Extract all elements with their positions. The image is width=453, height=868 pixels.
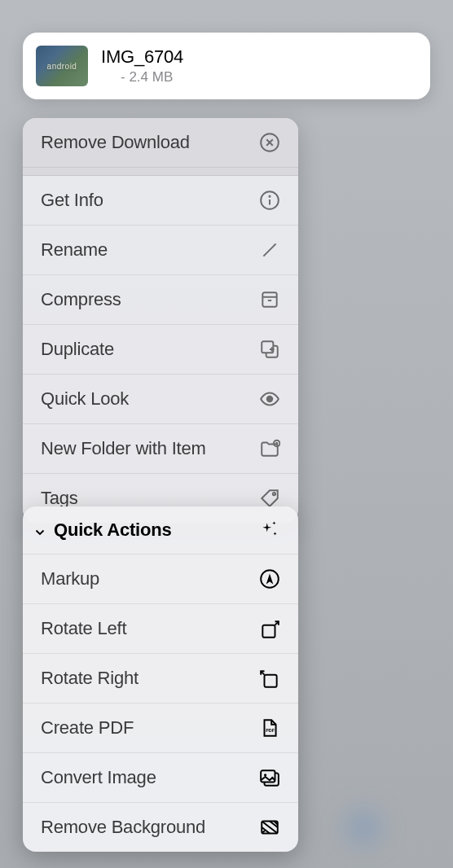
menu-label: Create PDF <box>41 717 134 739</box>
menu-item-duplicate[interactable]: Duplicate <box>23 325 298 375</box>
chevron-down-icon <box>33 523 47 537</box>
xmark-circle-icon <box>259 132 280 153</box>
menu-item-markup[interactable]: Markup <box>23 555 298 604</box>
folder-plus-icon <box>259 438 280 459</box>
sparkles-icon <box>259 519 280 541</box>
rotate-left-icon <box>259 618 280 639</box>
menu-label: Rotate Left <box>41 618 126 639</box>
svg-point-5 <box>267 397 273 402</box>
menu-label: New Folder with Item <box>41 438 206 459</box>
rotate-right-icon <box>259 668 280 689</box>
eye-icon <box>259 388 280 410</box>
pencil-icon <box>259 239 280 261</box>
menu-item-remove-download[interactable]: Remove Download <box>23 118 298 168</box>
file-name: IMG_6704 <box>101 46 183 68</box>
blur-background <box>339 803 388 852</box>
quick-actions-label: Quick Actions <box>54 519 172 541</box>
menu-item-new-folder-with-item[interactable]: New Folder with Item <box>23 424 298 474</box>
menu-item-rename[interactable]: Rename <box>23 226 298 275</box>
menu-item-create-pdf[interactable]: Create PDF PDF <box>23 704 298 753</box>
info-circle-icon <box>259 190 280 211</box>
menu-label: Rotate Right <box>41 668 139 689</box>
menu-item-quick-look[interactable]: Quick Look <box>23 375 298 424</box>
menu-label: Convert Image <box>41 767 156 788</box>
file-info: IMG_6704 - 2.4 MB <box>101 46 183 85</box>
svg-point-7 <box>273 493 275 495</box>
context-menu-main: Remove Download Get Info Rename Compress <box>23 118 298 523</box>
menu-label: Compress <box>41 289 121 310</box>
svg-text:PDF: PDF <box>266 728 275 733</box>
svg-rect-12 <box>261 770 275 782</box>
svg-point-2 <box>269 196 270 197</box>
markup-icon <box>259 568 280 590</box>
duplicate-icon <box>259 339 280 360</box>
svg-rect-10 <box>265 675 277 687</box>
menu-label: Quick Look <box>41 388 129 410</box>
section-separator <box>23 168 298 176</box>
menu-label: Remove Download <box>41 132 190 153</box>
menu-label: Duplicate <box>41 339 114 360</box>
menu-item-rotate-right[interactable]: Rotate Right <box>23 654 298 704</box>
remove-background-icon <box>259 817 280 838</box>
menu-label: Rename <box>41 239 108 261</box>
menu-label: Quick Actions <box>33 519 172 541</box>
menu-item-get-info[interactable]: Get Info <box>23 176 298 226</box>
menu-item-compress[interactable]: Compress <box>23 275 298 325</box>
menu-label: Markup <box>41 568 99 590</box>
photo-stack-icon <box>259 767 280 788</box>
menu-item-convert-image[interactable]: Convert Image <box>23 753 298 803</box>
file-preview-card: IMG_6704 - 2.4 MB <box>23 33 430 99</box>
menu-item-rotate-left[interactable]: Rotate Left <box>23 604 298 654</box>
pdf-file-icon: PDF <box>259 717 280 739</box>
file-size: - 2.4 MB <box>121 69 183 85</box>
svg-rect-9 <box>262 625 275 638</box>
menu-item-remove-background[interactable]: Remove Background <box>23 803 298 852</box>
menu-label: Remove Background <box>41 817 205 838</box>
quick-actions-header[interactable]: Quick Actions <box>23 506 298 555</box>
file-thumbnail <box>36 46 88 86</box>
menu-label: Get Info <box>41 190 103 211</box>
context-menu-quick-actions: Quick Actions Markup Rotate Left <box>23 506 298 852</box>
archive-box-icon <box>259 289 280 310</box>
svg-rect-3 <box>262 292 276 306</box>
